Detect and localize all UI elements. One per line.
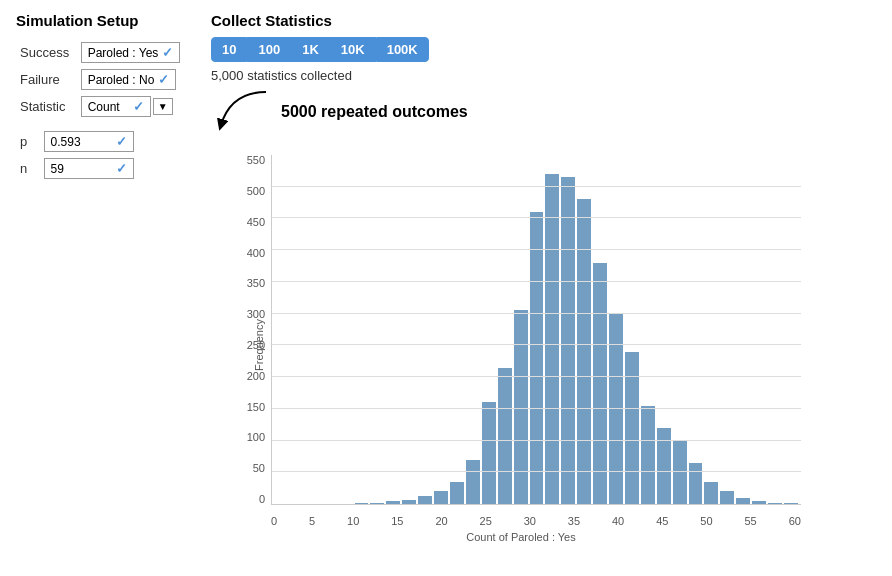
- grid-line: [272, 249, 801, 250]
- p-value-box[interactable]: 0.593 ✓: [44, 131, 134, 152]
- bar: [370, 503, 384, 504]
- bar: [482, 402, 496, 504]
- statistic-label: Statistic: [16, 93, 77, 120]
- bar: [641, 406, 655, 504]
- x-axis-label: 35: [568, 515, 580, 527]
- collect-btn-1k[interactable]: 1K: [291, 37, 330, 62]
- p-value: 0.593: [51, 135, 81, 149]
- x-axis-label: 10: [347, 515, 359, 527]
- grid-line: [272, 217, 801, 218]
- statistic-value: Count: [88, 100, 120, 114]
- collect-statistics-title: Collect Statistics: [211, 12, 876, 29]
- bar: [402, 500, 416, 504]
- bar: [752, 501, 766, 504]
- x-axis-label: 40: [612, 515, 624, 527]
- bar: [530, 212, 544, 504]
- n-label: n: [16, 155, 40, 182]
- bar: [720, 491, 734, 504]
- grid-line: [272, 471, 801, 472]
- x-axis-label: 60: [789, 515, 801, 527]
- y-axis-label: 550: [231, 155, 269, 166]
- y-axis-label: 500: [231, 186, 269, 197]
- bar: [450, 482, 464, 504]
- success-row: Success Paroled : Yes ✓: [16, 39, 191, 66]
- p-check-icon: ✓: [116, 134, 127, 149]
- grid-line: [272, 408, 801, 409]
- chart-plot-area: [271, 155, 801, 505]
- success-value-box[interactable]: Paroled : Yes ✓: [81, 42, 181, 63]
- y-axis-label: 250: [231, 340, 269, 351]
- y-axis-label: 350: [231, 278, 269, 289]
- bar: [561, 177, 575, 504]
- statistic-value-box[interactable]: Count ✓: [81, 96, 151, 117]
- grid-line: [272, 344, 801, 345]
- bar: [577, 199, 591, 504]
- x-axis-label: 15: [391, 515, 403, 527]
- x-axis-label: 25: [480, 515, 492, 527]
- bar: [736, 498, 750, 504]
- x-axis-labels: 051015202530354045505560: [271, 515, 801, 527]
- bar: [466, 460, 480, 504]
- n-row: n 59 ✓: [16, 155, 191, 182]
- grid-line: [272, 281, 801, 282]
- simulation-table: Success Paroled : Yes ✓ Failure Paroled …: [16, 39, 191, 120]
- grid-line: [272, 313, 801, 314]
- y-axis-label: 300: [231, 309, 269, 320]
- simulation-setup-panel: Simulation Setup Success Paroled : Yes ✓…: [16, 12, 191, 545]
- bar: [418, 496, 432, 504]
- grid-line: [272, 376, 801, 377]
- collect-btn-100[interactable]: 100: [247, 37, 291, 62]
- p-label: p: [16, 128, 40, 155]
- histogram-chart: Frequency 050100150200250300350400450500…: [231, 145, 811, 545]
- annotation-area: 5000 repeated outcomes: [211, 87, 876, 137]
- y-axis-label: 200: [231, 371, 269, 382]
- y-axis-label: 150: [231, 402, 269, 413]
- success-check-icon: ✓: [162, 45, 173, 60]
- annotation-text: 5000 repeated outcomes: [281, 103, 468, 121]
- stats-collected-label: 5,000 statistics collected: [211, 68, 876, 83]
- x-axis-label: 5: [309, 515, 315, 527]
- bars-container: [272, 155, 801, 504]
- x-axis-label: 0: [271, 515, 277, 527]
- failure-check-icon: ✓: [158, 72, 169, 87]
- x-axis-title: Count of Paroled : Yes: [466, 531, 575, 543]
- bar: [386, 501, 400, 504]
- n-value-box[interactable]: 59 ✓: [44, 158, 134, 179]
- y-axis-labels: 050100150200250300350400450500550: [231, 155, 269, 505]
- x-axis-label: 20: [435, 515, 447, 527]
- success-label: Success: [16, 39, 77, 66]
- success-value: Paroled : Yes: [88, 46, 159, 60]
- bar: [545, 174, 559, 504]
- n-check-icon: ✓: [116, 161, 127, 176]
- x-axis-label: 30: [524, 515, 536, 527]
- grid-line: [272, 440, 801, 441]
- statistic-check-icon: ✓: [133, 99, 144, 114]
- statistic-dropdown[interactable]: ▼: [153, 98, 173, 115]
- y-axis-label: 50: [231, 463, 269, 474]
- collect-btn-10[interactable]: 10: [211, 37, 247, 62]
- failure-row: Failure Paroled : No ✓: [16, 66, 191, 93]
- bar: [434, 491, 448, 504]
- grid-line: [272, 186, 801, 187]
- bar: [625, 352, 639, 504]
- failure-value-box[interactable]: Paroled : No ✓: [81, 69, 177, 90]
- collect-statistics-panel: Collect Statistics 101001K10K100K 5,000 …: [211, 12, 876, 545]
- x-axis-label: 55: [744, 515, 756, 527]
- bar: [704, 482, 718, 504]
- bar: [593, 263, 607, 504]
- y-axis-label: 450: [231, 217, 269, 228]
- collect-buttons-group: 101001K10K100K: [211, 37, 876, 62]
- y-axis-label: 400: [231, 248, 269, 259]
- x-axis-label: 50: [700, 515, 712, 527]
- y-axis-label: 100: [231, 432, 269, 443]
- bar: [768, 503, 782, 504]
- bar: [498, 368, 512, 504]
- failure-label: Failure: [16, 66, 77, 93]
- simulation-setup-title: Simulation Setup: [16, 12, 191, 29]
- collect-btn-100k[interactable]: 100K: [376, 37, 429, 62]
- collect-btn-10k[interactable]: 10K: [330, 37, 376, 62]
- p-row: p 0.593 ✓: [16, 128, 191, 155]
- y-axis-label: 0: [231, 494, 269, 505]
- bar: [689, 463, 703, 504]
- n-value: 59: [51, 162, 64, 176]
